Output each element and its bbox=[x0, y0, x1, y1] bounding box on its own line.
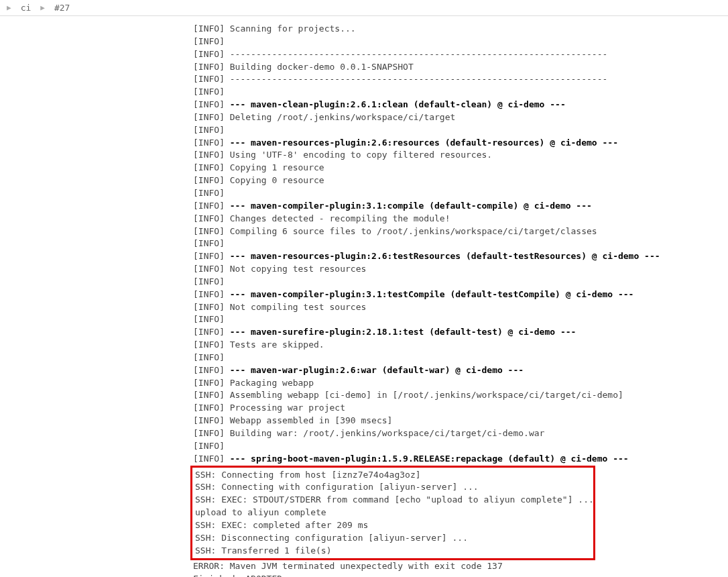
console-line: SSH: EXEC: completed after 209 ms bbox=[195, 519, 593, 532]
console-line: [INFO] bbox=[193, 276, 728, 288]
console-line: [INFO] bbox=[193, 187, 728, 200]
console-line: [INFO] Using 'UTF-8' encoding to copy fi… bbox=[193, 149, 728, 162]
console-line: [INFO] Tests are skipped. bbox=[193, 339, 728, 352]
console-line: [INFO] bbox=[193, 124, 728, 137]
console-line: [INFO] Not copying test resources bbox=[193, 263, 728, 276]
console-line: [INFO] bbox=[193, 86, 728, 99]
console-line: ERROR: Maven JVM terminated unexpectedly… bbox=[193, 560, 728, 573]
breadcrumb-item-build[interactable]: #27 bbox=[54, 3, 70, 13]
console-line: [INFO] Processing war project bbox=[193, 402, 728, 415]
console-line: [INFO] bbox=[193, 36, 728, 48]
chevron-right-icon: ▶ bbox=[7, 3, 11, 12]
console-line: [INFO] --- spring-boot-maven-plugin:1.5.… bbox=[193, 453, 728, 466]
console-line: [INFO] Compiling 6 source files to /root… bbox=[193, 225, 728, 238]
console-line: [INFO] Building docker-demo 0.0.1-SNAPSH… bbox=[193, 61, 728, 74]
console-line: [INFO] bbox=[193, 238, 728, 250]
console-line: [INFO] Copying 0 resource bbox=[193, 174, 728, 187]
console-line: [INFO] bbox=[193, 313, 728, 326]
ssh-output-highlight: SSH: Connecting from host [iznz7e74o4ag3… bbox=[190, 466, 595, 561]
console-line: SSH: Disconnecting configuration [aliyun… bbox=[195, 532, 593, 545]
console-line: SSH: Connecting from host [iznz7e74o4ag3… bbox=[195, 469, 593, 482]
console-line: [INFO] ---------------------------------… bbox=[193, 48, 728, 61]
console-line: upload to aliyun complete bbox=[195, 507, 593, 519]
console-line: SSH: Transferred 1 file(s) bbox=[195, 545, 593, 558]
console-output: [INFO] Scanning for projects...[INFO] [I… bbox=[0, 16, 728, 577]
console-line: [INFO] Assembling webapp [ci-demo] in [/… bbox=[193, 389, 728, 402]
console-line: [INFO] Deleting /root/.jenkins/workspace… bbox=[193, 111, 728, 124]
console-line: [INFO] --- maven-clean-plugin:2.6.1:clea… bbox=[193, 99, 728, 111]
console-line: [INFO] --- maven-compiler-plugin:3.1:tes… bbox=[193, 288, 728, 301]
console-line: [INFO] Packaging webapp bbox=[193, 377, 728, 390]
console-line: [INFO] bbox=[193, 352, 728, 364]
console-line: [INFO] ---------------------------------… bbox=[193, 73, 728, 86]
console-line: [INFO] --- maven-resources-plugin:2.6:te… bbox=[193, 250, 728, 263]
console-line: [INFO] Changes detected - recompiling th… bbox=[193, 213, 728, 225]
breadcrumb: ▶ ci ▶ #27 bbox=[0, 0, 728, 16]
console-line: [INFO] bbox=[193, 440, 728, 453]
console-line: Finished: ABORTED bbox=[193, 573, 728, 577]
console-line: [INFO] Scanning for projects... bbox=[193, 23, 728, 36]
breadcrumb-item-job[interactable]: ci bbox=[21, 3, 32, 13]
console-line: [INFO] Building war: /root/.jenkins/work… bbox=[193, 427, 728, 440]
console-line: [INFO] --- maven-war-plugin:2.6:war (def… bbox=[193, 364, 728, 377]
console-line: [INFO] --- maven-surefire-plugin:2.18.1:… bbox=[193, 326, 728, 339]
console-line: [INFO] --- maven-resources-plugin:2.6:re… bbox=[193, 137, 728, 150]
console-line: [INFO] --- maven-compiler-plugin:3.1:com… bbox=[193, 200, 728, 213]
chevron-right-icon: ▶ bbox=[40, 3, 45, 12]
console-line: [INFO] Webapp assembled in [390 msecs] bbox=[193, 415, 728, 427]
console-line: [INFO] Copying 1 resource bbox=[193, 162, 728, 174]
console-line: [INFO] Not compiling test sources bbox=[193, 301, 728, 314]
console-line: SSH: EXEC: STDOUT/STDERR from command [e… bbox=[195, 494, 593, 507]
console-line: SSH: Connecting with configuration [aliy… bbox=[195, 481, 593, 494]
